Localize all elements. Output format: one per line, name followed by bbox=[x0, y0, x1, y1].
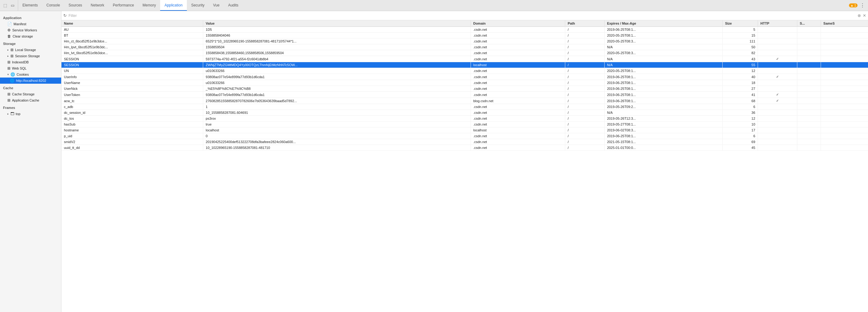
sidebar-item-application-cache[interactable]: ⊞Application Cache bbox=[0, 97, 61, 104]
layout-icon[interactable]: ▭ bbox=[10, 3, 16, 8]
cell-value: 1558858438,1558858460,1558858506,1558859… bbox=[203, 50, 471, 56]
cookie-table: NameValueDomainPathExpires / Max-AgeSize… bbox=[61, 20, 868, 151]
cell-sames bbox=[821, 121, 868, 127]
table-row[interactable]: uuid_tt_dd10_10228965190-1558858287081-4… bbox=[61, 145, 868, 151]
cell-name: SESSION bbox=[61, 62, 203, 68]
cell-http: ✓ bbox=[758, 98, 797, 104]
cell-s bbox=[797, 44, 821, 50]
cursor-icon[interactable]: ⬚ bbox=[2, 3, 8, 8]
sidebar-item-icon-clear-storage: 🗑 bbox=[7, 34, 11, 38]
tab-network[interactable]: Network bbox=[86, 0, 108, 11]
sidebar-item-indexeddb[interactable]: ⊞IndexedDB bbox=[0, 59, 61, 65]
sidebar-item-service-workers[interactable]: ⚙Service Workers bbox=[0, 27, 61, 33]
refresh-icon[interactable]: ↻ bbox=[63, 13, 67, 18]
col-header-s[interactable]: S... bbox=[797, 20, 821, 27]
cell-domain: .csdn.net bbox=[471, 92, 565, 98]
tab-application[interactable]: Application bbox=[160, 0, 187, 11]
table-row[interactable]: hostnamelocalhostlocalhost/2019-06-02T08… bbox=[61, 127, 868, 133]
tab-vue[interactable]: Vue bbox=[209, 0, 224, 11]
sidebar-item-cache-storage[interactable]: ⊞Cache Storage bbox=[0, 91, 61, 97]
table-row[interactable]: acw_tc2760828515588582870782606e7b053643… bbox=[61, 98, 868, 104]
more-menu-icon[interactable]: ⋮ bbox=[860, 2, 865, 8]
warning-badge: ▲ 1 bbox=[849, 3, 858, 7]
cell-expires: 2019-06-25T08:1... bbox=[604, 92, 722, 98]
cell-sames bbox=[821, 92, 868, 98]
col-header-name[interactable]: Name bbox=[61, 20, 203, 27]
sidebar-item-cookies[interactable]: ▾🌐Cookies bbox=[0, 72, 61, 78]
cell-value: 2760828515588582870782606e7b053643639baa… bbox=[203, 98, 471, 104]
sidebar-item-icon-local-storage: ⊞ bbox=[10, 48, 13, 52]
tab-audits[interactable]: Audits bbox=[224, 0, 243, 11]
cell-domain: .csdn.net bbox=[471, 56, 565, 62]
table-row[interactable]: dc_session_id10_1558858287081.604691.csd… bbox=[61, 110, 868, 116]
cell-domain: .csdn.net bbox=[471, 27, 565, 33]
table-row[interactable]: dc_tosps3rov.csdn.net/2019-05-26T12:3...… bbox=[61, 116, 868, 121]
cell-expires: 2019-05-26T12:3... bbox=[604, 116, 722, 121]
table-row[interactable]: Hm_lvt_6bcd52f51e9b3dce...1558858438,155… bbox=[61, 50, 868, 56]
cell-size: 36 bbox=[722, 110, 758, 116]
cell-s bbox=[797, 92, 821, 98]
col-header-domain[interactable]: Domain bbox=[471, 20, 565, 27]
sidebar-item-clear-storage[interactable]: 🗑Clear storage bbox=[0, 33, 61, 39]
tab-performance[interactable]: Performance bbox=[108, 0, 138, 11]
tab-security[interactable]: Security bbox=[187, 0, 209, 11]
cell-sames bbox=[821, 110, 868, 116]
cell-name: UserToken bbox=[61, 92, 203, 98]
sidebar-item-session-storage[interactable]: ▸⊞Session Storage bbox=[0, 53, 61, 59]
table-row[interactable]: UserInfo93808ac077e54e899fa77d93b1d6cda1… bbox=[61, 74, 868, 80]
table-row[interactable]: UserToken93808ac077e54e899fa77d93b1d6cda… bbox=[61, 92, 868, 98]
clear-filter-icon[interactable]: ⊗ bbox=[858, 13, 861, 18]
table-row[interactable]: SESSION5973774a-4792-4f21-a554-f2c6041db… bbox=[61, 56, 868, 62]
cell-expires: N/A bbox=[604, 62, 722, 68]
cell-path: / bbox=[565, 80, 604, 86]
tab-console[interactable]: Console bbox=[42, 0, 64, 11]
cell-s bbox=[797, 86, 821, 92]
sidebar-item-local-storage[interactable]: ▸⊞Local Storage bbox=[0, 47, 61, 53]
cell-http: ✓ bbox=[758, 74, 797, 80]
sidebar-item-top[interactable]: ▸🗔top bbox=[0, 111, 61, 117]
col-header-size[interactable]: Size bbox=[722, 20, 758, 27]
col-header-path[interactable]: Path bbox=[565, 20, 604, 27]
cell-sames bbox=[821, 139, 868, 145]
cell-path: / bbox=[565, 110, 604, 116]
cell-path: / bbox=[565, 145, 604, 151]
filter-input[interactable] bbox=[68, 13, 856, 18]
sidebar-item-manifest[interactable]: 📄Manifest bbox=[0, 21, 61, 27]
cell-domain: .csdn.net bbox=[471, 44, 565, 50]
sidebar-item-localhost-8202[interactable]: 🌐http://localhost:8202 bbox=[0, 78, 61, 84]
col-header-expires[interactable]: Expires / Max-Age bbox=[604, 20, 722, 27]
col-header-value[interactable]: Value bbox=[203, 20, 471, 27]
top-bar-right: ▲ 1 ⋮ bbox=[846, 2, 868, 8]
sidebar-item-web-sql[interactable]: ⊞Web SQL bbox=[0, 65, 61, 72]
col-header-sames[interactable]: SameS bbox=[821, 20, 868, 27]
table-row[interactable]: smidV220190425225400def513222708dfa3bafe… bbox=[61, 139, 868, 145]
table-row[interactable]: SESSIONZWNjZTMyZGMtMDQ4Yy00OTQzLThmNjEtM… bbox=[61, 62, 868, 68]
table-row[interactable]: UserNameu010633266.csdn.net/2019-06-25T0… bbox=[61, 80, 868, 86]
table-row[interactable]: hasSubtrue.csdn.net/2019-05-27T08:1...10 bbox=[61, 121, 868, 127]
close-filter-icon[interactable]: ✕ bbox=[863, 13, 866, 18]
tab-bar: ElementsConsoleSourcesNetworkPerformance… bbox=[18, 0, 846, 11]
cell-s bbox=[797, 139, 821, 145]
tab-elements[interactable]: Elements bbox=[18, 0, 42, 11]
table-row[interactable]: UNu010633266.csdn.net/2020-05-25T08:1...… bbox=[61, 68, 868, 74]
cell-value: 10_1558858287081.604691 bbox=[203, 110, 471, 116]
cell-expires: 2021-05-15T08:1... bbox=[604, 139, 722, 145]
cell-path: / bbox=[565, 116, 604, 121]
table-row[interactable]: Hm_ct_6bcd52f51e9b3dce...6525*1*10_10228… bbox=[61, 38, 868, 44]
col-header-http[interactable]: HTTP bbox=[758, 20, 797, 27]
table-row[interactable]: UserNick_%E5%8F%8C%E7%9C%B8.csdn.net/201… bbox=[61, 86, 868, 92]
cell-sames bbox=[821, 98, 868, 104]
table-row[interactable]: c_adb1.csdn.net/2019-05-26T09:2...6 bbox=[61, 104, 868, 110]
cell-http bbox=[758, 44, 797, 50]
cell-expires: 2019-05-27T08:1... bbox=[604, 121, 722, 127]
cell-domain: .csdn.net bbox=[471, 116, 565, 121]
table-row[interactable]: BT1558858404046.csdn.net/2020-05-25T08:1… bbox=[61, 33, 868, 38]
cell-s bbox=[797, 68, 821, 74]
cell-path: / bbox=[565, 133, 604, 139]
tab-sources[interactable]: Sources bbox=[64, 0, 86, 11]
table-row[interactable]: AU1D5.csdn.net/2019-06-25T08:1...5 bbox=[61, 27, 868, 33]
tab-memory[interactable]: Memory bbox=[138, 0, 160, 11]
cell-value: ZWNjZTMyZGMtMDQ4Yy00OTQzLThmNjEtMzNhNTc5… bbox=[203, 62, 471, 68]
table-row[interactable]: Hm_lpvt_6bcd52f51e9b3dc...1558859504.csd… bbox=[61, 44, 868, 50]
table-row[interactable]: p_uid0.csdn.net/2019-06-25T08:1...6 bbox=[61, 133, 868, 139]
